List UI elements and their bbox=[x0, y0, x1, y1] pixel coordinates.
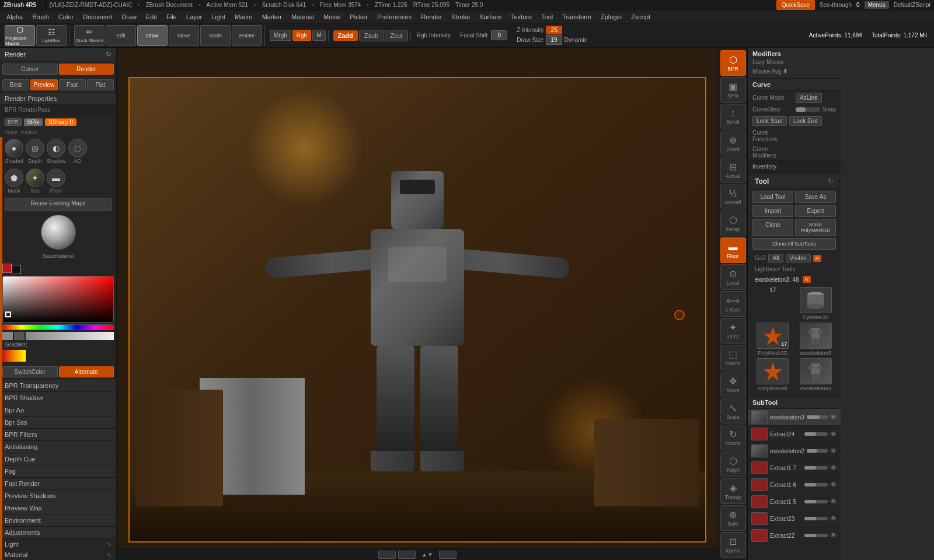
bpr-sss-toggle[interactable]: Bpr Sss bbox=[0, 416, 116, 429]
defaultzscript-btn[interactable]: DefaultZScript bbox=[894, 2, 930, 8]
spix-right-btn[interactable]: ▣ SPix bbox=[720, 77, 746, 103]
depth-cue-toggle[interactable]: Depth Cue bbox=[0, 453, 116, 466]
m-btn[interactable]: M bbox=[312, 30, 325, 41]
mask-icon-box[interactable]: ⬟ Mask bbox=[5, 169, 23, 194]
tool-thumb-val[interactable]: 17 bbox=[752, 287, 793, 320]
menu-alpha[interactable]: Alpha bbox=[2, 12, 27, 22]
clone-all-btn[interactable]: Clone All SubTools bbox=[752, 238, 836, 250]
bpr-shadow-toggle[interactable]: BPR Shadow bbox=[0, 392, 116, 404]
subtool-eye-1[interactable]: 👁 bbox=[830, 430, 837, 438]
exoskeleton3-thumb2[interactable]: exoskeleton3 bbox=[796, 358, 837, 391]
subtool-eye-0[interactable]: 👁 bbox=[830, 413, 837, 421]
zsub-btn[interactable]: Zsub bbox=[359, 30, 384, 41]
rgb-btn[interactable]: Rgb bbox=[292, 30, 311, 41]
subtool-item-4[interactable]: Extract1 6 👁 bbox=[748, 477, 841, 494]
subtool-slider-7[interactable] bbox=[804, 534, 828, 537]
menu-light[interactable]: Light bbox=[207, 12, 229, 22]
sss-icon-box[interactable]: ✦ Sss bbox=[26, 169, 44, 194]
draw-btn[interactable]: Draw bbox=[137, 25, 168, 46]
canvas-nav-btn1[interactable] bbox=[378, 551, 396, 559]
lock-end-btn[interactable]: Lock End bbox=[789, 116, 822, 126]
render-panel-header[interactable]: Render ↻ bbox=[0, 48, 116, 61]
z-intensity-val[interactable]: 25 bbox=[546, 26, 562, 34]
subtool-item-2[interactable]: exoskeleton2 👁 bbox=[748, 443, 841, 460]
menu-color[interactable]: Color bbox=[54, 12, 78, 22]
material-toggle[interactable]: Material ✎ bbox=[0, 550, 116, 560]
environment-toggle[interactable]: Environment bbox=[0, 514, 116, 527]
menu-transform[interactable]: Transform bbox=[558, 12, 595, 22]
export-btn[interactable]: Export bbox=[795, 205, 836, 217]
shadow-icon-box[interactable]: ◐ Shadow bbox=[47, 139, 66, 164]
aahalf-right-btn[interactable]: ½ AAHalf bbox=[720, 184, 746, 209]
menu-macro[interactable]: Macro bbox=[231, 12, 257, 22]
adjustments-toggle[interactable]: Adjustments bbox=[0, 527, 116, 539]
light-toggle[interactable]: Light ✎ bbox=[0, 539, 116, 550]
quick-sketch-btn[interactable]: ✏ Quick Sketch bbox=[74, 25, 104, 46]
draw-size-val[interactable]: 19 bbox=[546, 35, 562, 45]
alternate-btn[interactable]: Alternate bbox=[59, 366, 114, 377]
move-btn[interactable]: Move bbox=[169, 25, 199, 46]
zcut-btn[interactable]: Zcut bbox=[385, 30, 407, 41]
menu-brush[interactable]: Brush bbox=[28, 12, 53, 22]
local-right-btn[interactable]: ⊙ Local bbox=[720, 264, 746, 290]
subtool-eye-7[interactable]: 👁 bbox=[830, 531, 837, 540]
preview-wax-toggle[interactable]: Preview Wax bbox=[0, 502, 116, 514]
menu-render[interactable]: Render bbox=[417, 12, 446, 22]
all-btn[interactable]: All bbox=[768, 254, 783, 262]
hue-bar[interactable] bbox=[2, 324, 114, 330]
antialiasing-toggle[interactable]: Antialiasing bbox=[0, 441, 116, 453]
subtool-slider-6[interactable] bbox=[804, 517, 828, 520]
canvas-nav-btn2[interactable] bbox=[398, 551, 416, 559]
menu-marker[interactable]: Marker bbox=[258, 12, 286, 22]
subtool-item-6[interactable]: Extract23 👁 bbox=[748, 510, 841, 527]
reuse-maps-btn[interactable]: Reuse Existing Maps bbox=[5, 198, 111, 211]
canvas-nav-btn3[interactable] bbox=[439, 551, 456, 559]
grayscale-swatch1[interactable] bbox=[2, 332, 13, 340]
menu-stroke[interactable]: Stroke bbox=[447, 12, 474, 22]
menu-material[interactable]: Material bbox=[287, 12, 318, 22]
menu-zplugin[interactable]: Zplugin bbox=[597, 12, 626, 22]
cursor-btn[interactable]: Cursor bbox=[2, 64, 58, 75]
simplebrush-thumb[interactable]: SimpleBrush bbox=[752, 358, 793, 391]
fast-btn[interactable]: Fast bbox=[59, 79, 86, 90]
quicksave-btn[interactable]: QuickSave bbox=[776, 0, 815, 10]
move-right-btn[interactable]: ✥ Move bbox=[720, 372, 746, 397]
fog-toggle[interactable]: Fog bbox=[0, 466, 116, 478]
subtool-item-5[interactable]: Extract1 5 👁 bbox=[748, 494, 841, 510]
cylinder3d-thumb[interactable]: Cylinder3D bbox=[796, 287, 837, 320]
visible-btn[interactable]: Visible bbox=[786, 254, 811, 262]
menu-zscript[interactable]: Zscript bbox=[627, 12, 654, 22]
subtool-eye-6[interactable]: 👁 bbox=[830, 514, 837, 523]
subtool-item-3[interactable]: Extract1 7 👁 bbox=[748, 460, 841, 477]
curve-mode-btn[interactable]: AsLine bbox=[796, 93, 822, 103]
load-tool-btn[interactable]: Load Tool bbox=[752, 191, 793, 203]
menu-texture[interactable]: Texture bbox=[507, 12, 536, 22]
subtool-slider-1[interactable] bbox=[804, 432, 828, 436]
subtool-slider-5[interactable] bbox=[804, 500, 828, 503]
flat-btn[interactable]: Flat bbox=[87, 79, 114, 90]
menu-movie[interactable]: Movie bbox=[319, 12, 344, 22]
clone-btn[interactable]: Clone bbox=[752, 219, 793, 236]
menu-draw[interactable]: Draw bbox=[117, 12, 141, 22]
menu-layer[interactable]: Layer bbox=[182, 12, 207, 22]
primary-color-swatch[interactable] bbox=[2, 264, 12, 273]
switch-color-btn[interactable]: SwitchColor bbox=[2, 366, 58, 377]
subtool-slider-2[interactable] bbox=[807, 449, 828, 453]
shaded-icon-box[interactable]: ● Shaded bbox=[5, 139, 23, 164]
transp-right-btn[interactable]: ◈ Transp bbox=[720, 478, 746, 504]
import-btn[interactable]: Import bbox=[752, 205, 793, 217]
grayscale-swatch2[interactable] bbox=[14, 332, 25, 340]
scale-right-btn[interactable]: ⤡ Scale bbox=[720, 398, 746, 424]
bpr-ao-toggle[interactable]: Bpr Ao bbox=[0, 404, 116, 416]
menu-file[interactable]: File bbox=[162, 12, 181, 22]
subtool-item-1[interactable]: Extract24 👁 bbox=[748, 426, 841, 443]
preview-shadows-toggle[interactable]: Preview Shadows bbox=[0, 490, 116, 502]
scroll-right-btn[interactable]: ↕ Scroll bbox=[720, 104, 746, 130]
color-picker[interactable] bbox=[2, 276, 114, 323]
floor-right-btn[interactable]: ▬ Floor bbox=[720, 237, 746, 263]
rotate-btn[interactable]: Rotate bbox=[232, 25, 262, 46]
make-polymesh-btn[interactable]: Make PolyMesh3D bbox=[795, 219, 836, 236]
menus-btn[interactable]: Menus bbox=[865, 1, 889, 9]
frame-right-btn[interactable]: ⬚ Frame bbox=[720, 345, 746, 370]
subtool-slider-0[interactable] bbox=[807, 415, 828, 419]
